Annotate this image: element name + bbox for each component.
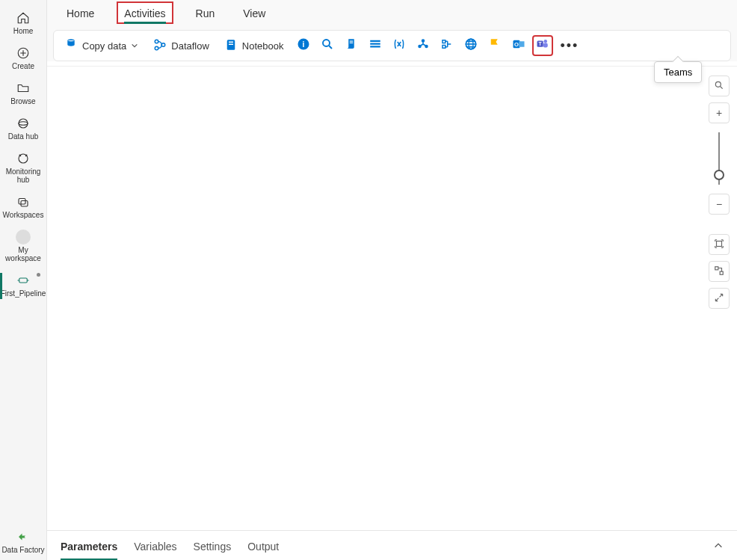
search-icon xyxy=(714,80,724,93)
search-icon xyxy=(321,37,334,54)
sidebar-item-myworkspace[interactable]: My workspace xyxy=(0,225,46,268)
functions-icon xyxy=(440,37,454,54)
variable-button[interactable] xyxy=(389,35,410,56)
svg-text:O: O xyxy=(514,41,519,48)
svg-text:i: i xyxy=(302,40,304,49)
teams-button[interactable]: T xyxy=(532,35,553,56)
home-icon xyxy=(16,10,31,25)
sidebar-item-datahub[interactable]: Data hub xyxy=(0,111,46,147)
outlook-icon: O xyxy=(512,37,525,54)
tab-home[interactable]: Home xyxy=(61,3,100,22)
svg-point-21 xyxy=(422,40,424,42)
sidebar-item-home[interactable]: Home xyxy=(0,6,46,41)
web-button[interactable] xyxy=(460,35,481,56)
zoom-out-button[interactable]: − xyxy=(709,194,730,215)
info-button[interactable]: i xyxy=(293,35,314,56)
outlook-button[interactable]: O xyxy=(508,35,529,56)
notebook-label: Notebook xyxy=(242,40,284,52)
sidebar-item-browse[interactable]: Browse xyxy=(0,76,46,111)
datafactory-icon xyxy=(16,529,31,544)
script-button[interactable] xyxy=(341,35,362,56)
tab-variables[interactable]: Variables xyxy=(134,536,176,556)
globe-ring-icon xyxy=(16,116,31,131)
pipeline-canvas[interactable]: + − xyxy=(47,66,737,530)
pipeline-icon xyxy=(16,273,31,288)
left-sidebar: Home Create Browse Data hub Monitoring h… xyxy=(0,0,47,560)
chevron-down-icon xyxy=(131,42,138,49)
collapse-button[interactable] xyxy=(709,288,730,309)
main-area: Home Activities Run View Copy data Dataf… xyxy=(47,0,737,560)
zoom-slider[interactable] xyxy=(718,132,720,185)
sidebar-item-label: Home xyxy=(13,27,34,35)
list-icon xyxy=(368,37,382,54)
sidebar-item-datafactory[interactable]: Data Factory xyxy=(0,525,46,560)
more-icon: ••• xyxy=(561,38,579,53)
tab-output[interactable]: Output xyxy=(247,536,279,556)
copy-data-icon xyxy=(64,38,78,54)
plus-icon: + xyxy=(716,107,722,119)
sidebar-item-pipeline[interactable]: First_Pipeline xyxy=(0,268,46,304)
info-icon: i xyxy=(297,37,310,54)
sidebar-item-workspaces[interactable]: Workspaces xyxy=(0,190,46,225)
sidebar-item-label: Workspaces xyxy=(3,211,44,219)
expand-panel-button[interactable] xyxy=(713,541,724,551)
svg-point-7 xyxy=(155,40,159,43)
fit-button[interactable] xyxy=(709,234,730,255)
ml-icon xyxy=(416,37,430,54)
svg-rect-18 xyxy=(370,40,380,42)
notebook-button[interactable]: Notebook xyxy=(218,35,290,57)
tab-parameters[interactable]: Parameters xyxy=(61,536,117,556)
kql-button[interactable] xyxy=(484,35,505,56)
sidebar-item-label: Data Factory xyxy=(1,546,44,554)
zoom-thumb[interactable] xyxy=(714,170,724,180)
svg-point-36 xyxy=(715,81,721,87)
tab-run[interactable]: Run xyxy=(190,3,221,22)
teams-icon: T xyxy=(536,37,549,54)
globe-icon xyxy=(464,37,478,54)
tab-view[interactable]: View xyxy=(237,3,271,22)
workspaces-icon xyxy=(16,194,31,209)
autolayout-button[interactable] xyxy=(709,261,730,282)
ml-button[interactable] xyxy=(413,35,434,56)
layout-icon xyxy=(714,265,724,278)
svg-rect-16 xyxy=(349,41,353,42)
canvas-search-button[interactable] xyxy=(709,76,730,96)
stored-proc-button[interactable] xyxy=(365,35,386,56)
flag-icon xyxy=(488,37,502,54)
sidebar-item-label: First_Pipeline xyxy=(1,289,46,298)
svg-point-8 xyxy=(155,46,159,50)
lookup-button[interactable] xyxy=(317,35,338,56)
svg-rect-4 xyxy=(19,199,25,205)
script-icon xyxy=(345,37,358,54)
svg-rect-35 xyxy=(543,43,547,48)
svg-point-34 xyxy=(543,40,547,43)
more-button[interactable]: ••• xyxy=(556,38,584,54)
functions-button[interactable] xyxy=(437,35,457,56)
svg-rect-39 xyxy=(720,271,723,274)
sidebar-item-create[interactable]: Create xyxy=(0,41,46,76)
sidebar-item-label: Create xyxy=(12,62,34,70)
tab-activities[interactable]: Activities xyxy=(117,1,173,24)
sidebar-item-monitoring[interactable]: Monitoring hub xyxy=(0,147,46,190)
plus-circle-icon xyxy=(16,46,31,61)
svg-rect-37 xyxy=(717,241,722,246)
monitor-icon xyxy=(16,151,31,166)
svg-rect-5 xyxy=(21,201,28,207)
svg-rect-25 xyxy=(442,46,445,49)
copy-data-button[interactable]: Copy data xyxy=(58,35,144,57)
svg-rect-38 xyxy=(715,266,718,269)
variable-icon xyxy=(392,37,406,54)
tab-settings[interactable]: Settings xyxy=(194,536,232,556)
dataflow-button[interactable]: Dataflow xyxy=(147,35,215,57)
fit-icon xyxy=(714,239,724,251)
svg-point-1 xyxy=(19,119,28,128)
svg-rect-31 xyxy=(519,41,525,47)
collapse-icon xyxy=(714,292,724,305)
zoom-in-button[interactable]: + xyxy=(709,102,730,123)
canvas-tools: + − xyxy=(709,76,730,309)
sidebar-item-label: Browse xyxy=(10,97,35,105)
svg-rect-24 xyxy=(442,40,445,43)
copy-data-label: Copy data xyxy=(82,40,126,52)
svg-rect-11 xyxy=(229,41,233,43)
unsaved-indicator-icon xyxy=(37,273,40,277)
